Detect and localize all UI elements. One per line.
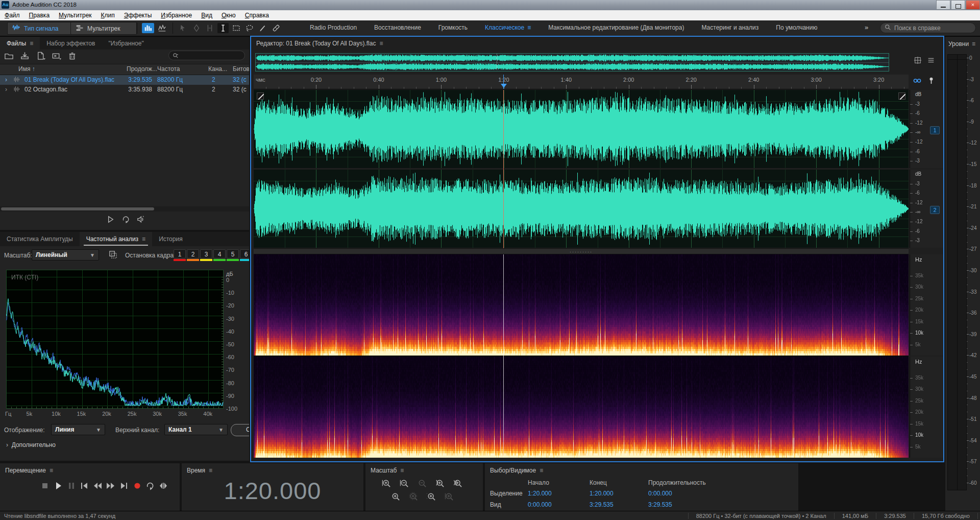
lasso-selection-tool-icon[interactable] bbox=[244, 23, 255, 33]
mode-button-waveform[interactable]: Тип сигнала bbox=[7, 22, 74, 35]
zoom-amplitude-reset-button[interactable] bbox=[443, 491, 456, 502]
display-dropdown[interactable]: Линия▼ bbox=[51, 424, 105, 435]
column-depth[interactable]: Битов bbox=[233, 65, 249, 73]
menu-мультитрек[interactable]: Мультитрек bbox=[54, 10, 96, 20]
fast-forward-button[interactable] bbox=[105, 480, 117, 492]
panel-menu-icon[interactable]: ≡ bbox=[30, 40, 33, 47]
hold-button-1[interactable]: 1 bbox=[174, 249, 186, 258]
top-channel-dropdown[interactable]: Канал 1▼ bbox=[164, 424, 228, 435]
column-name[interactable]: Имя ↑ bbox=[18, 65, 35, 73]
workspace-мастеринг-и-анализ[interactable]: Мастеринг и анализ bbox=[693, 24, 767, 31]
menu-справка[interactable]: Справка bbox=[240, 10, 274, 20]
column-duration[interactable]: Продолж... bbox=[127, 65, 157, 73]
overview-waveform[interactable] bbox=[255, 53, 889, 72]
record-button[interactable] bbox=[131, 480, 143, 492]
zoom-out-full-button[interactable] bbox=[415, 478, 429, 489]
minimize-button[interactable] bbox=[936, 0, 950, 10]
time-selection-tool-icon[interactable] bbox=[217, 23, 229, 33]
pin-icon[interactable] bbox=[927, 76, 935, 86]
spectrogram-channel-1[interactable] bbox=[254, 254, 909, 356]
move-tool-icon[interactable] bbox=[178, 23, 189, 33]
files-hscrollbar[interactable] bbox=[0, 206, 249, 211]
preview-play-icon[interactable] bbox=[105, 214, 116, 224]
preview-autoplay-icon[interactable] bbox=[135, 214, 146, 224]
freq-tab-1[interactable]: Частотный анализ≡ bbox=[80, 232, 152, 246]
workspace-menu-icon[interactable]: ≡ bbox=[527, 24, 531, 31]
editor-tab[interactable]: Редактор: 01 Break (Today Of All Days).f… bbox=[256, 40, 383, 47]
copy-graph-icon[interactable] bbox=[109, 250, 117, 261]
scan-button[interactable]: Сканировать bbox=[231, 424, 249, 436]
timeline-ruler[interactable]: чмс 0:200:401:001:201:402:002:202:403:00… bbox=[254, 75, 909, 89]
pause-button[interactable] bbox=[65, 480, 78, 492]
paintbrush-tool-icon[interactable] bbox=[257, 23, 268, 33]
workspace-максимальное-редактирование-два-монитора-[interactable]: Максимальное редактирование (Два монитор… bbox=[540, 24, 693, 31]
overview-options-icon[interactable] bbox=[927, 56, 935, 66]
overview-zoom-icon[interactable] bbox=[914, 56, 922, 66]
hold-button-2[interactable]: 2 bbox=[187, 249, 199, 258]
file-name[interactable]: 01 Break (Today Of All Days).flac bbox=[24, 76, 121, 83]
workspace-overflow-button[interactable]: » bbox=[865, 23, 868, 31]
selection-start-value[interactable]: 1:20.000 bbox=[528, 490, 552, 497]
files-tab-1[interactable]: Набор эффектов bbox=[40, 37, 102, 50]
workspace-radio-production[interactable]: Radio Production bbox=[301, 24, 365, 31]
menu-вид[interactable]: Вид bbox=[197, 10, 217, 20]
insert-multitrack-icon[interactable] bbox=[51, 51, 62, 61]
file-row[interactable]: ›02 Octagon.flac3:35.93888200 Гц232 (с bbox=[0, 85, 249, 94]
selection-end-value[interactable]: 3:29.535 bbox=[590, 501, 614, 508]
selection-start-value[interactable]: 0:00.000 bbox=[528, 501, 552, 508]
freq-tab-0[interactable]: Статистика Амплитуды bbox=[0, 232, 80, 246]
playhead-marker[interactable] bbox=[501, 84, 507, 88]
files-table-header[interactable]: Имя ↑ Продолж... Частота Кана... Битов bbox=[0, 64, 249, 75]
file-row[interactable]: ›01 Break (Today Of All Days).flac3:29.5… bbox=[0, 75, 249, 85]
selection-duration-value[interactable]: 3:29.535 bbox=[648, 501, 672, 508]
selection-duration-value[interactable]: 0:00.000 bbox=[648, 490, 672, 497]
skip-selection-button[interactable] bbox=[157, 480, 169, 492]
spot-healing-tool-icon[interactable] bbox=[271, 23, 282, 33]
menu-файл[interactable]: Файл bbox=[0, 10, 24, 20]
column-channels[interactable]: Кана... bbox=[208, 65, 227, 73]
expander-icon[interactable]: › bbox=[5, 86, 7, 93]
panel-menu-icon[interactable]: ≡ bbox=[50, 467, 53, 474]
scrollbar-thumb[interactable] bbox=[1, 207, 154, 210]
hold-button-3[interactable]: 3 bbox=[200, 249, 212, 258]
waveform-channel-2[interactable] bbox=[254, 170, 909, 248]
panel-menu-icon[interactable]: ≡ bbox=[379, 40, 383, 47]
help-search-input[interactable]: Поиск в справке bbox=[880, 22, 976, 33]
spectral-view-toggle[interactable] bbox=[156, 23, 168, 33]
corner-edit-icon[interactable] bbox=[898, 92, 905, 100]
hz-scale-channel-2[interactable]: Hz35k30k25k20k15k10k5k bbox=[910, 357, 944, 458]
frequency-graph[interactable] bbox=[6, 270, 224, 409]
panel-menu-icon[interactable]: ≡ bbox=[400, 467, 404, 474]
open-file-icon[interactable] bbox=[3, 51, 14, 61]
column-rate[interactable]: Частота bbox=[157, 65, 180, 73]
channel-1-badge[interactable]: 1 bbox=[930, 126, 940, 134]
panel-menu-icon[interactable]: ≡ bbox=[209, 467, 212, 474]
files-tab-2[interactable]: "Избранное" bbox=[102, 37, 150, 50]
files-tab-0[interactable]: Файлы≡ bbox=[0, 37, 40, 50]
hold-button-5[interactable]: 5 bbox=[227, 249, 239, 258]
level-meter[interactable] bbox=[947, 54, 967, 490]
delete-icon[interactable] bbox=[66, 51, 78, 61]
scale-dropdown[interactable]: Линейный▼ bbox=[32, 249, 99, 261]
preview-loop-icon[interactable] bbox=[120, 214, 131, 224]
hold-button-4[interactable]: 4 bbox=[213, 249, 226, 258]
monitor-icon[interactable] bbox=[913, 77, 922, 86]
loop-playback-button[interactable] bbox=[144, 480, 156, 492]
channel-2-badge[interactable]: 2 bbox=[930, 206, 940, 214]
zoom-out-amplitude-button[interactable] bbox=[398, 478, 411, 489]
zoom-in-at-in-point-button[interactable] bbox=[433, 478, 447, 489]
zoom-in-at-out-point-button[interactable] bbox=[425, 491, 438, 502]
mode-button-multitrack[interactable]: Мультитрек bbox=[70, 22, 137, 35]
new-file-icon[interactable] bbox=[35, 51, 46, 61]
divider-handle[interactable]: ········· bbox=[570, 249, 593, 254]
menu-эффекты[interactable]: Эффекты bbox=[119, 10, 157, 20]
razor-tool-icon[interactable] bbox=[204, 23, 215, 33]
menu-правка[interactable]: Правка bbox=[24, 10, 55, 20]
zoom-to-selection-button[interactable] bbox=[451, 478, 464, 489]
zoom-in-amplitude-button[interactable] bbox=[380, 478, 393, 489]
expander-icon[interactable]: › bbox=[5, 76, 7, 83]
skip-to-start-button[interactable] bbox=[78, 480, 90, 492]
skip-to-end-button[interactable] bbox=[118, 480, 130, 492]
selection-end-value[interactable]: 1:20.000 bbox=[590, 490, 614, 497]
marquee-selection-tool-icon[interactable] bbox=[231, 23, 242, 33]
